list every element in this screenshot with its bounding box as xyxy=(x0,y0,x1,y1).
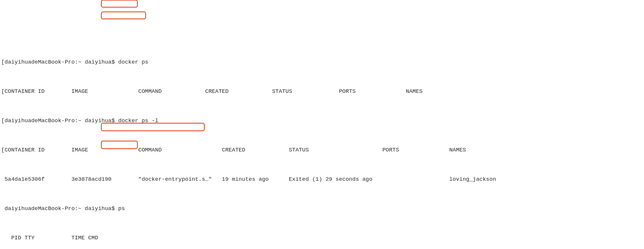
annotation-box-2 xyxy=(101,11,146,19)
col-ports: PORTS xyxy=(339,88,356,95)
bracket: [ xyxy=(1,147,4,153)
col-command: COMMAND xyxy=(138,147,162,153)
cell-created: 19 minutes ago xyxy=(222,176,269,183)
cell-names: loving_jackson xyxy=(449,176,496,183)
col-names: NAMES xyxy=(449,147,466,153)
docker-ps-header: [CONTAINER ID IMAGE COMMAND CREATED STAT… xyxy=(1,88,643,94)
col-container-id: CONTAINER ID xyxy=(4,147,45,153)
command-text: ps xyxy=(118,205,125,212)
bracket: [ xyxy=(1,88,4,95)
col-command: COMMAND xyxy=(138,88,162,95)
col-status: STATUS xyxy=(272,88,292,95)
annotation-box-3 xyxy=(101,123,205,131)
cell-image: 3e3878acd190 xyxy=(71,176,111,183)
prompt-text: daiyihuadeMacBook-Pro:~ daiyihua$ xyxy=(4,205,118,212)
prompt-line: [daiyihuadeMacBook-Pro:~ daiyihua$ docke… xyxy=(1,118,643,124)
cell-container-id: 5a4da1e5306f xyxy=(4,176,45,183)
prompt-text: daiyihuadeMacBook-Pro:~ daiyihua$ xyxy=(4,59,118,65)
docker-ps-l-row: 5a4da1e5306f 3e3878acd190 "docker-entryp… xyxy=(1,176,643,182)
cell-status: Exited (1) 29 seconds ago xyxy=(289,176,372,183)
prompt-text: daiyihuadeMacBook-Pro:~ daiyihua$ xyxy=(4,117,118,124)
col-names: NAMES xyxy=(406,88,423,95)
annotation-box-1 xyxy=(101,0,138,8)
prompt-line: [daiyihuadeMacBook-Pro:~ daiyihua$ docke… xyxy=(1,59,643,65)
col-created: CREATED xyxy=(222,147,245,153)
col-status: STATUS xyxy=(289,147,309,153)
command-text: docker ps xyxy=(118,59,148,65)
bracket: [ xyxy=(1,59,4,65)
docker-ps-l-header: [CONTAINER ID IMAGE COMMAND CREATED STAT… xyxy=(1,147,643,153)
col-container-id: CONTAINER ID xyxy=(4,88,45,95)
cell-command: "docker-entrypoint.s…" xyxy=(138,176,212,183)
col-image: IMAGE xyxy=(71,88,88,95)
col-image: IMAGE xyxy=(71,147,88,153)
ps-header: PID TTY TIME CMD xyxy=(1,235,643,241)
bracket: [ xyxy=(1,117,4,124)
terminal-output[interactable]: [daiyihuadeMacBook-Pro:~ daiyihua$ docke… xyxy=(0,0,644,249)
prompt-line: daiyihuadeMacBook-Pro:~ daiyihua$ ps xyxy=(1,206,643,212)
col-ports: PORTS xyxy=(382,147,399,153)
command-text: docker ps -l xyxy=(118,117,158,124)
col-created: CREATED xyxy=(205,88,229,95)
